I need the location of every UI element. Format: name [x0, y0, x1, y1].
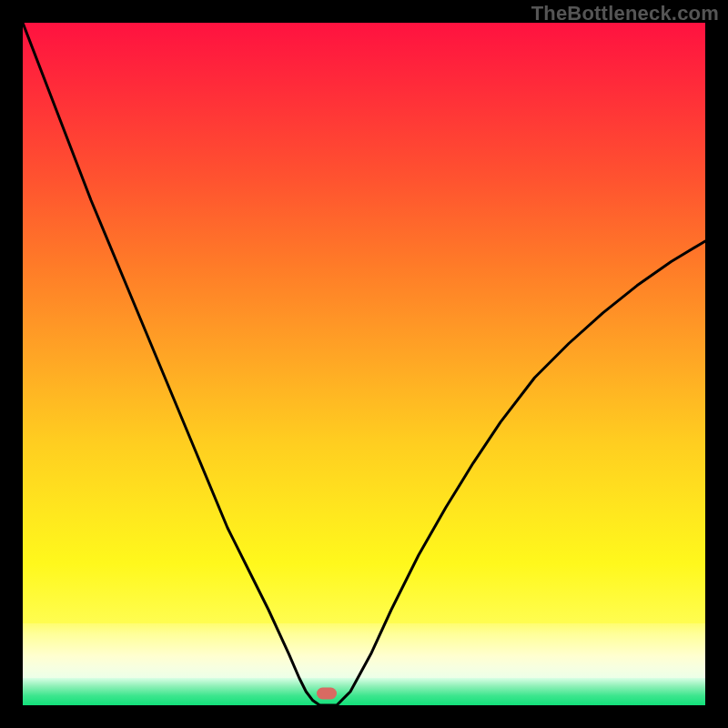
- curve-svg: [23, 23, 705, 705]
- chart-frame: TheBottleneck.com: [0, 0, 728, 728]
- bottleneck-curve: [23, 23, 705, 705]
- plot-area: [23, 23, 705, 705]
- optimum-marker: [317, 688, 337, 700]
